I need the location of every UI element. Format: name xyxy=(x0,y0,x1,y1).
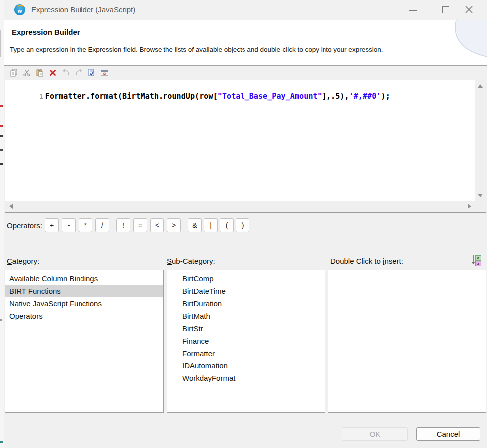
operator-not-button[interactable]: ! xyxy=(116,218,130,232)
delete-icon[interactable] xyxy=(48,68,57,77)
sub-category-item-idautomation[interactable]: IDAutomation xyxy=(167,359,325,372)
sub-category-list[interactable]: BirtComp BirtDateTime BirtDuration BirtM… xyxy=(167,270,325,413)
operator-plus-button[interactable]: + xyxy=(45,218,59,232)
sub-category-item-birtdatetime[interactable]: BirtDateTime xyxy=(167,285,325,297)
expression-editor[interactable]: 1Formatter.format(BirtMath.roundUp(row["… xyxy=(5,80,486,213)
strip-mark xyxy=(0,125,3,127)
strip-mark xyxy=(0,105,3,107)
category-label-mnemonic: C xyxy=(7,257,12,265)
code-segment: ],.5), xyxy=(322,92,349,101)
maximize-button[interactable] xyxy=(436,0,456,20)
scroll-up-icon[interactable] xyxy=(478,84,483,88)
insert-label: Double Click to insert: xyxy=(330,257,403,265)
expression-code-line: 1Formatter.format(BirtMath.roundUp(row["… xyxy=(7,83,390,110)
category-label-rest: ategory: xyxy=(12,257,39,265)
redo-icon[interactable] xyxy=(74,68,83,77)
sub-category-label: Sub-Category: xyxy=(167,257,215,265)
sort-letter-z: z xyxy=(475,261,481,266)
operator-or-button[interactable]: | xyxy=(204,218,218,232)
sub-category-item-birtmath[interactable]: BirtMath xyxy=(167,310,325,322)
vertical-scrollbar[interactable] xyxy=(475,80,486,201)
operator-multiply-button[interactable]: * xyxy=(79,218,92,232)
strip-mark xyxy=(0,149,3,151)
cut-icon[interactable] xyxy=(22,68,31,77)
scroll-left-icon[interactable] xyxy=(9,204,13,209)
sort-alphabetically-button[interactable]: a z xyxy=(471,255,481,266)
strip-mark xyxy=(0,163,3,165)
paste-icon[interactable] xyxy=(35,68,44,77)
operator-divide-button[interactable]: / xyxy=(95,218,109,232)
dialog-header: Expression Builder Type an expression in… xyxy=(4,20,487,65)
horizontal-scrollbar[interactable] xyxy=(5,201,475,212)
copy-icon[interactable] xyxy=(9,68,18,77)
sub-category-label-mnemonic: S xyxy=(167,257,172,265)
code-segment: Formatter.format(BirtMath.roundUp(row[ xyxy=(45,92,218,101)
sub-category-item-birtstr[interactable]: BirtStr xyxy=(167,322,325,335)
page-title: Expression Builder xyxy=(12,28,80,36)
preview-icon[interactable] xyxy=(100,68,109,77)
operator-minus-button[interactable]: - xyxy=(62,218,76,232)
background-window-edge xyxy=(0,0,4,448)
maximize-icon xyxy=(442,6,449,13)
close-icon xyxy=(459,0,479,20)
sort-arrow-head-icon xyxy=(471,262,475,264)
category-item-operators[interactable]: Operators xyxy=(5,310,163,322)
close-button[interactable] xyxy=(459,0,479,20)
sort-arrow-icon xyxy=(473,255,474,262)
ok-button[interactable]: OK xyxy=(342,427,408,441)
scrollbar-corner xyxy=(475,201,486,212)
minimize-icon xyxy=(409,10,417,11)
editor-toolbar xyxy=(4,65,487,80)
strip-mark xyxy=(0,30,1,57)
operators-label: Operators: xyxy=(7,221,42,230)
line-number: 1 xyxy=(34,93,43,100)
window-titlebar: w Expression Builder (JavaScript) xyxy=(4,0,487,20)
operator-less-button[interactable]: < xyxy=(150,218,164,232)
strip-mark xyxy=(0,319,2,321)
operator-equals-button[interactable]: = xyxy=(133,218,147,232)
sort-letter-a: a xyxy=(475,255,481,261)
undo-icon[interactable] xyxy=(61,68,70,77)
header-decorative-curve xyxy=(442,20,487,64)
workday-logo-arc xyxy=(16,5,25,13)
insert-label-suffix: nsert: xyxy=(384,257,403,265)
minimize-button[interactable] xyxy=(403,0,423,20)
cancel-button[interactable]: Cancel xyxy=(416,427,480,441)
category-item-birt-functions[interactable]: BIRT Functions xyxy=(5,285,163,297)
strip-mark xyxy=(0,135,3,137)
category-item-native-javascript-functions[interactable]: Native JavaScript Functions xyxy=(5,297,163,310)
scroll-down-icon[interactable] xyxy=(478,194,483,197)
sub-category-label-rest: ub-Category: xyxy=(172,257,215,265)
header-description: Type an expression in the Expression fie… xyxy=(10,46,383,53)
sub-category-item-finance[interactable]: Finance xyxy=(167,335,325,347)
operator-open-paren-button[interactable]: ( xyxy=(220,218,234,232)
category-label: Category: xyxy=(7,257,39,265)
strip-mark xyxy=(0,441,3,443)
validate-icon[interactable] xyxy=(87,68,96,77)
expression-builder-dialog: w Expression Builder (JavaScript) Expres… xyxy=(0,0,487,448)
category-item-available-column-bindings[interactable]: Available Column Bindings xyxy=(5,272,163,285)
sub-category-item-birtduration[interactable]: BirtDuration xyxy=(167,297,325,310)
sub-category-item-birtcomp[interactable]: BirtComp xyxy=(167,272,325,285)
sub-category-item-formatter[interactable]: Formatter xyxy=(167,347,325,359)
insert-label-prefix: Double Click to xyxy=(330,257,383,265)
operator-and-button[interactable]: & xyxy=(188,218,202,232)
operator-close-paren-button[interactable]: ) xyxy=(236,218,249,232)
operator-greater-button[interactable]: > xyxy=(167,218,181,232)
insert-list[interactable] xyxy=(328,270,486,413)
scroll-right-icon[interactable] xyxy=(468,204,471,209)
category-list[interactable]: Available Column Bindings BIRT Functions… xyxy=(5,270,164,413)
code-string-segment: "Total_Base_Pay_Amount" xyxy=(218,92,322,101)
window-title: Expression Builder (JavaScript) xyxy=(31,0,135,20)
code-segment: ); xyxy=(381,92,390,101)
workday-app-icon: w xyxy=(14,4,25,15)
code-string-segment: '#,##0' xyxy=(349,92,381,101)
sub-category-item-workdayformat[interactable]: WorkdayFormat xyxy=(167,372,325,384)
